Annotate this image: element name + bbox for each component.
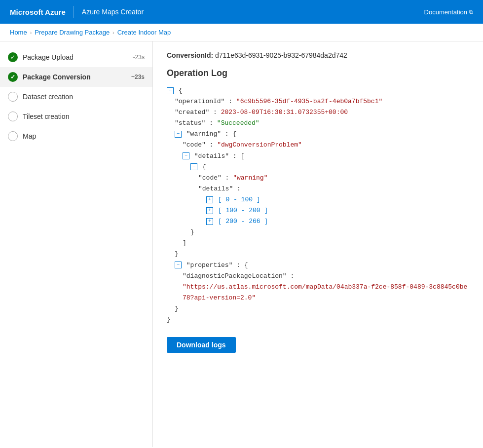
json-warning-code: "code" : "dwgConversionProblem" <box>183 140 469 150</box>
sidebar: ✓ Package Upload ~23s ✓ Package Conversi… <box>0 41 153 447</box>
step-icon-map <box>8 131 18 141</box>
sidebar-item-package-upload[interactable]: ✓ Package Upload ~23s <box>0 47 152 67</box>
download-logs-button[interactable]: Download logs <box>167 337 236 353</box>
json-warning-open: − "warning" : { <box>175 129 469 140</box>
json-detail-code: "code" : "warning" <box>198 173 469 184</box>
json-detail-item-open: − { <box>190 162 469 173</box>
sidebar-label-dataset-creation: Dataset creation <box>23 93 140 101</box>
json-warning-close: } <box>175 249 469 260</box>
top-navbar: Microsoft Azure Azure Maps Creator Docum… <box>0 0 483 24</box>
brand-label: Microsoft Azure <box>10 8 66 16</box>
sidebar-time-package-conversion: ~23s <box>131 74 145 80</box>
json-root-close: } <box>167 314 469 325</box>
json-details-close: ] <box>183 238 469 249</box>
json-details-label: "details" : <box>198 184 469 194</box>
collapse-range-1[interactable]: + <box>206 207 213 214</box>
json-details-open: − "details" : [ <box>183 151 469 162</box>
sidebar-item-tileset-creation[interactable]: Tileset creation <box>0 107 152 126</box>
main-layout: ✓ Package Upload ~23s ✓ Package Conversi… <box>0 41 483 447</box>
conversion-id-value: d711e63d-6931-9025-b932-67984da2d742 <box>215 51 347 59</box>
json-diagnosticPackageLocation-val: "https://us.atlas.microsoft.com/mapData/… <box>183 282 469 303</box>
breadcrumb: Home › Prepare Drawing Package › Create … <box>0 24 483 41</box>
json-root-open: − { <box>167 85 469 96</box>
json-properties-close: } <box>175 303 469 314</box>
collapse-warning[interactable]: − <box>175 131 182 138</box>
sidebar-time-package-upload: ~23s <box>132 54 145 61</box>
step-icon-dataset-creation <box>8 92 18 102</box>
json-detail-item-close: } <box>190 227 469 238</box>
json-created: "created" : 2023-08-09T16:30:31.0732355+… <box>175 107 469 118</box>
step-icon-package-conversion: ✓ <box>8 72 18 82</box>
json-range-2: + [ 200 - 266 ] <box>206 216 469 227</box>
sidebar-label-package-upload: Package Upload <box>23 53 127 61</box>
json-properties-open: − "properties" : { <box>175 260 469 271</box>
json-range-0: + [ 0 - 100 ] <box>206 194 469 205</box>
conversion-id-row: ConversionId: d711e63d-6931-9025-b932-67… <box>167 51 469 59</box>
sidebar-item-map[interactable]: Map <box>0 126 152 146</box>
nav-divider <box>74 6 74 18</box>
external-link-icon: ⧉ <box>469 9 473 15</box>
sidebar-label-map: Map <box>23 132 140 140</box>
breadcrumb-sep-2: › <box>112 30 114 36</box>
json-viewer: − { "operationId" : "6c9b5596-35df-4935-… <box>167 85 469 325</box>
main-content: ConversionId: d711e63d-6931-9025-b932-67… <box>153 41 483 447</box>
breadcrumb-sep-1: › <box>30 30 32 36</box>
sidebar-label-package-conversion: Package Conversion <box>23 73 126 81</box>
step-icon-package-upload: ✓ <box>8 52 18 62</box>
collapse-range-2[interactable]: + <box>206 218 213 225</box>
sidebar-label-tileset-creation: Tileset creation <box>23 112 140 120</box>
collapse-range-0[interactable]: + <box>206 196 213 203</box>
conversion-id-label: ConversionId: <box>167 51 213 59</box>
sidebar-item-package-conversion[interactable]: ✓ Package Conversion ~23s <box>0 67 152 87</box>
collapse-properties[interactable]: − <box>175 261 182 268</box>
collapse-root[interactable]: − <box>167 87 174 94</box>
json-operationId: "operationId" : "6c9b5596-35df-4935-ba2f… <box>175 96 469 107</box>
product-label: Azure Maps Creator <box>82 8 144 16</box>
op-log-title: Operation Log <box>167 68 469 78</box>
step-icon-tileset-creation <box>8 112 18 121</box>
json-range-1: + [ 100 - 200 ] <box>206 205 469 216</box>
collapse-detail-item[interactable]: − <box>190 163 197 170</box>
breadcrumb-home[interactable]: Home <box>10 29 27 36</box>
sidebar-item-dataset-creation[interactable]: Dataset creation <box>0 87 152 107</box>
breadcrumb-current: Create Indoor Map <box>117 29 171 36</box>
json-status: "status" : "Succeeded" <box>175 118 469 129</box>
breadcrumb-prepare[interactable]: Prepare Drawing Package <box>35 29 110 36</box>
collapse-details[interactable]: − <box>183 152 189 159</box>
json-diagnosticPackageLocation-key: "diagnosticPackageLocation" : <box>183 271 469 282</box>
docs-link[interactable]: Documentation ⧉ <box>424 8 473 16</box>
